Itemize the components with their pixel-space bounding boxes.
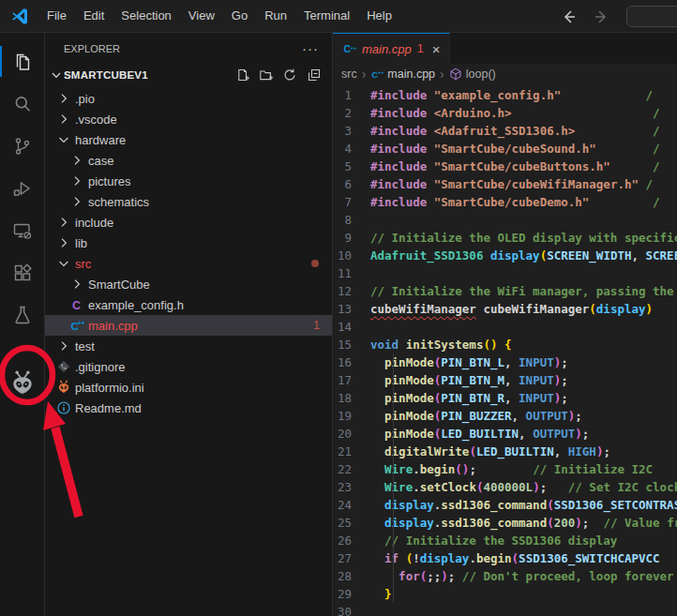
new-folder-icon[interactable] (259, 68, 274, 83)
back-arrow-icon[interactable] (561, 8, 578, 25)
code-text: cubeWifiManager cubeWifiManager(display) (370, 300, 653, 318)
line-number: 26 (333, 532, 370, 549)
menu-help[interactable]: Help (358, 5, 400, 27)
code-line[interactable]: 4#include "SmartCube/cubeSound.h" / (333, 140, 677, 158)
code-token: . (413, 462, 420, 476)
code-token: ) (441, 569, 448, 583)
collapse-all-icon[interactable] (306, 68, 321, 83)
error-dot (311, 260, 319, 267)
menu-selection[interactable]: Selection (113, 5, 179, 27)
tree-item-lib[interactable]: lib (45, 233, 332, 253)
refresh-icon[interactable] (282, 68, 297, 83)
code-token: PIN_BTN_R (441, 391, 504, 405)
breadcrumb-main-cpp[interactable]: main.cpp (387, 68, 435, 81)
code-token (399, 338, 406, 352)
code-line[interactable]: 12// Initialize the WiFi manager, passin… (333, 282, 677, 300)
tree-item--vscode[interactable]: .vscode (45, 109, 332, 129)
code-token: OUTPUT (526, 409, 568, 423)
menu-view[interactable]: View (180, 5, 223, 27)
code-line[interactable]: 13cubeWifiManager cubeWifiManager(displa… (333, 300, 677, 318)
more-actions-icon[interactable]: ··· (302, 40, 319, 56)
code-line[interactable]: 3#include <Adafruit_SSD1306.h> / (333, 122, 677, 140)
code-line[interactable]: 1#include "example_config.h" / (333, 86, 677, 104)
activity-item-extensions[interactable] (0, 251, 44, 293)
explorer-icon (11, 51, 34, 73)
tree-item-pictures[interactable]: pictures (45, 171, 332, 191)
activity-item-testing[interactable] (0, 293, 44, 336)
code-line[interactable]: 18 pinMode(PIN_BTN_R, INPUT); (333, 389, 677, 407)
tree-item-include[interactable]: include (45, 212, 332, 233)
code-line[interactable]: 23 Wire.setClock(400000L); // Set I2C cl… (333, 478, 677, 496)
tree-item-readme-md[interactable]: Readme.md (45, 398, 332, 418)
code-line[interactable]: 7#include "SmartCube/cubeDemo.h" / (333, 193, 677, 211)
code-line[interactable]: 10Adafruit_SSD1306 display(SCREEN_WIDTH,… (333, 247, 677, 264)
menu-go[interactable]: Go (223, 5, 256, 27)
menu-run[interactable]: Run (256, 5, 295, 27)
code-line[interactable]: 17 pinMode(PIN_BTN_M, INPUT); (333, 371, 677, 389)
tree-item-platformio-ini[interactable]: platformio.ini (45, 377, 332, 398)
tree-item-schematics[interactable]: schematics (45, 191, 332, 212)
tab-main-cpp[interactable]: C++ main.cpp 1 × (333, 33, 450, 64)
code-line[interactable]: 16 pinMode(PIN_BTN_L, INPUT); (333, 353, 677, 371)
code-token: PIN_BUZZER (441, 409, 511, 423)
activity-item-platformio[interactable] (0, 362, 44, 404)
code-line[interactable]: 26 // Initialize the SSD1306 display (333, 532, 677, 549)
code-line[interactable]: 29 } (333, 585, 677, 603)
code-line[interactable]: 21 digitalWrite(LED_BUILTIN, HIGH); (333, 443, 677, 460)
code-line[interactable]: 30 (333, 603, 677, 616)
code-line[interactable]: 24 display.ssd1306_command(SSD1306_SETCO… (333, 496, 677, 514)
activity-item-search[interactable] (0, 83, 44, 125)
tree-item-main-cpp[interactable]: C++main.cpp1 (45, 315, 332, 336)
project-name: SMARTCUBEV1 (64, 69, 235, 81)
code-line[interactable]: 27 if (!display.begin(SSD1306_SWITCHCAPV… (333, 549, 677, 567)
activity-item-remote-explorer[interactable] (0, 209, 44, 251)
code-token: Wire (384, 480, 413, 494)
menu-edit[interactable]: Edit (75, 5, 113, 27)
command-center-searchbox[interactable] (626, 6, 677, 27)
new-file-icon[interactable] (235, 68, 250, 83)
breadcrumb-loop[interactable]: loop() (466, 68, 496, 81)
project-section-header[interactable]: SMARTCUBEV1 (45, 64, 332, 86)
tree-item-test[interactable]: test (45, 336, 332, 356)
code-line[interactable]: 14 (333, 318, 677, 336)
code-token: initSystems (406, 338, 484, 352)
code-line[interactable]: 19 pinMode(PIN_BUZZER, OUTPUT); (333, 407, 677, 425)
code-line[interactable]: 2#include <Arduino.h> / (333, 104, 677, 122)
code-line[interactable]: 20 pinMode(LED_BUILTIN, OUTPUT); (333, 425, 677, 443)
forward-arrow-icon[interactable] (593, 8, 609, 25)
code-token (427, 124, 434, 138)
breadcrumb-src[interactable]: src (341, 68, 357, 81)
code-token: ) (575, 516, 582, 530)
close-icon[interactable]: × (432, 41, 441, 57)
tree-item-src[interactable]: src (45, 253, 332, 274)
activity-item-source-control[interactable] (0, 125, 44, 167)
tab-bar: C++ main.cpp 1 × (333, 33, 677, 64)
code-token: . (469, 551, 476, 565)
code-line[interactable]: 9// Initialize the OLED display with spe… (333, 229, 677, 247)
code-token (370, 587, 384, 601)
code-line[interactable]: 5#include "SmartCube/cubeButtons.h" / (333, 158, 677, 175)
code-token: ( (547, 516, 554, 530)
code-text: #include <Adafruit_SSD1306.h> / (370, 122, 660, 140)
code-line[interactable]: 15void initSystems() { (333, 336, 677, 353)
menu-terminal[interactable]: Terminal (295, 5, 358, 27)
tree-item-example-config-h[interactable]: Cexample_config.h (45, 294, 332, 315)
code-line[interactable]: 22 Wire.begin(); // Initialize I2C (333, 460, 677, 478)
tree-item-smartcube[interactable]: SmartCube (45, 274, 332, 294)
tree-item-hardware[interactable]: hardware (45, 129, 332, 150)
tree-item-case[interactable]: case (45, 150, 332, 171)
activity-item-run-and-debug[interactable] (0, 167, 44, 209)
menu-file[interactable]: File (38, 5, 75, 27)
code-line[interactable]: 11 (333, 264, 677, 282)
code-line[interactable]: 25 display.ssd1306_command(200); // Valu… (333, 514, 677, 532)
line-number: 23 (333, 478, 370, 496)
tree-item--pio[interactable]: .pio (45, 88, 332, 109)
code-area[interactable]: 1#include "example_config.h" /2#include … (333, 84, 677, 616)
activity-item-explorer[interactable] (0, 40, 44, 83)
tree-item--gitignore[interactable]: .gitignore (45, 356, 332, 377)
code-line[interactable]: 6#include "SmartCube/cubeWifiManager.h" … (333, 175, 677, 193)
code-token: / (561, 88, 653, 102)
code-token: , (631, 248, 645, 263)
code-line[interactable]: 8 (333, 211, 677, 229)
code-line[interactable]: 28 for(;;); // Don't proceed, loop forev… (333, 567, 677, 585)
